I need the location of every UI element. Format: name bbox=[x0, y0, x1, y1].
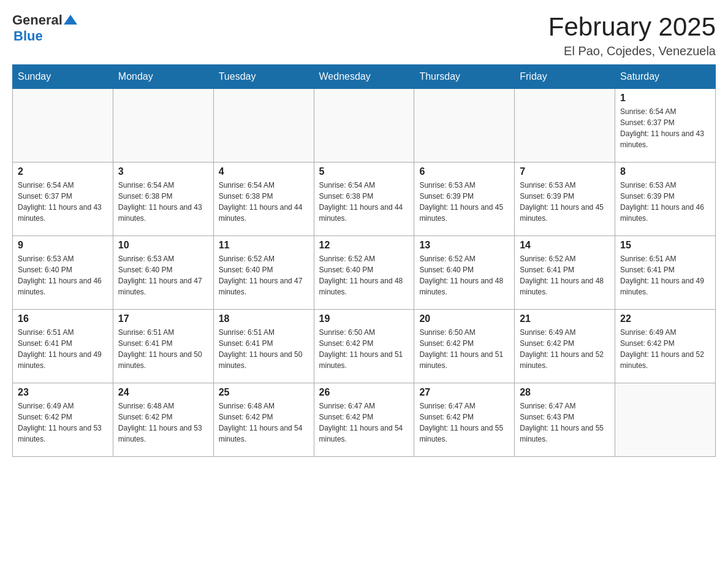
calendar-cell: 4Sunrise: 6:54 AMSunset: 6:38 PMDaylight… bbox=[213, 163, 314, 236]
day-number: 26 bbox=[319, 387, 409, 398]
day-info: Sunrise: 6:50 AMSunset: 6:42 PMDaylight:… bbox=[319, 327, 409, 371]
svg-marker-0 bbox=[64, 15, 77, 25]
calendar-cell: 25Sunrise: 6:48 AMSunset: 6:42 PMDayligh… bbox=[213, 383, 314, 457]
day-info: Sunrise: 6:53 AMSunset: 6:39 PMDaylight:… bbox=[620, 180, 710, 224]
calendar-cell: 9Sunrise: 6:53 AMSunset: 6:40 PMDaylight… bbox=[13, 236, 113, 310]
title-section: February 2025 El Pao, Cojedes, Venezuela bbox=[548, 12, 716, 58]
day-number: 22 bbox=[620, 313, 710, 324]
day-info: Sunrise: 6:47 AMSunset: 6:42 PMDaylight:… bbox=[319, 400, 409, 445]
calendar-cell bbox=[414, 89, 515, 163]
calendar-cell: 20Sunrise: 6:50 AMSunset: 6:42 PMDayligh… bbox=[414, 310, 515, 383]
calendar-cell: 1Sunrise: 6:54 AMSunset: 6:37 PMDaylight… bbox=[615, 89, 716, 163]
calendar-cell: 17Sunrise: 6:51 AMSunset: 6:41 PMDayligh… bbox=[113, 310, 213, 383]
day-info: Sunrise: 6:48 AMSunset: 6:42 PMDaylight:… bbox=[118, 400, 208, 445]
calendar-week-5: 23Sunrise: 6:49 AMSunset: 6:42 PMDayligh… bbox=[13, 383, 716, 457]
day-number: 23 bbox=[18, 387, 108, 398]
day-info: Sunrise: 6:53 AMSunset: 6:39 PMDaylight:… bbox=[419, 180, 509, 224]
calendar-cell: 2Sunrise: 6:54 AMSunset: 6:37 PMDaylight… bbox=[13, 163, 113, 236]
col-sunday: Sunday bbox=[13, 65, 113, 89]
day-number: 17 bbox=[118, 313, 208, 324]
calendar-cell: 26Sunrise: 6:47 AMSunset: 6:42 PMDayligh… bbox=[314, 383, 414, 457]
day-info: Sunrise: 6:54 AMSunset: 6:38 PMDaylight:… bbox=[219, 180, 309, 224]
calendar-cell: 21Sunrise: 6:49 AMSunset: 6:42 PMDayligh… bbox=[515, 310, 615, 383]
calendar-cell bbox=[213, 89, 314, 163]
col-monday: Monday bbox=[113, 65, 213, 89]
calendar-cell bbox=[113, 89, 213, 163]
day-info: Sunrise: 6:54 AMSunset: 6:37 PMDaylight:… bbox=[18, 180, 108, 224]
day-info: Sunrise: 6:51 AMSunset: 6:41 PMDaylight:… bbox=[118, 327, 208, 371]
day-number: 8 bbox=[620, 166, 710, 177]
day-number: 9 bbox=[18, 240, 108, 251]
day-info: Sunrise: 6:53 AMSunset: 6:40 PMDaylight:… bbox=[118, 253, 208, 297]
calendar-cell: 8Sunrise: 6:53 AMSunset: 6:39 PMDaylight… bbox=[615, 163, 716, 236]
calendar-title: February 2025 bbox=[548, 12, 716, 42]
calendar-subtitle: El Pao, Cojedes, Venezuela bbox=[548, 44, 716, 58]
day-number: 15 bbox=[620, 240, 710, 251]
day-number: 20 bbox=[419, 313, 509, 324]
day-number: 5 bbox=[319, 166, 409, 177]
day-number: 10 bbox=[118, 240, 208, 251]
day-info: Sunrise: 6:49 AMSunset: 6:42 PMDaylight:… bbox=[18, 400, 108, 445]
calendar-cell: 19Sunrise: 6:50 AMSunset: 6:42 PMDayligh… bbox=[314, 310, 414, 383]
day-info: Sunrise: 6:49 AMSunset: 6:42 PMDaylight:… bbox=[620, 327, 710, 371]
day-info: Sunrise: 6:54 AMSunset: 6:37 PMDaylight:… bbox=[620, 106, 710, 150]
day-number: 14 bbox=[520, 240, 610, 251]
day-number: 7 bbox=[520, 166, 610, 177]
calendar-cell bbox=[13, 89, 113, 163]
calendar-cell: 11Sunrise: 6:52 AMSunset: 6:40 PMDayligh… bbox=[213, 236, 314, 310]
day-info: Sunrise: 6:52 AMSunset: 6:40 PMDaylight:… bbox=[419, 253, 509, 297]
logo-general-text: General bbox=[12, 12, 63, 28]
day-info: Sunrise: 6:50 AMSunset: 6:42 PMDaylight:… bbox=[419, 327, 509, 371]
col-wednesday: Wednesday bbox=[314, 65, 414, 89]
day-number: 6 bbox=[419, 166, 509, 177]
day-info: Sunrise: 6:51 AMSunset: 6:41 PMDaylight:… bbox=[18, 327, 108, 371]
day-number: 21 bbox=[520, 313, 610, 324]
logo: General Blue bbox=[12, 12, 77, 44]
day-number: 11 bbox=[219, 240, 309, 251]
day-number: 19 bbox=[319, 313, 409, 324]
calendar-table: Sunday Monday Tuesday Wednesday Thursday… bbox=[12, 64, 716, 457]
calendar-cell bbox=[615, 383, 716, 457]
calendar-cell: 22Sunrise: 6:49 AMSunset: 6:42 PMDayligh… bbox=[615, 310, 716, 383]
calendar-cell: 14Sunrise: 6:52 AMSunset: 6:41 PMDayligh… bbox=[515, 236, 615, 310]
day-info: Sunrise: 6:49 AMSunset: 6:42 PMDaylight:… bbox=[520, 327, 610, 371]
calendar-cell bbox=[515, 89, 615, 163]
calendar-week-3: 9Sunrise: 6:53 AMSunset: 6:40 PMDaylight… bbox=[13, 236, 716, 310]
day-info: Sunrise: 6:52 AMSunset: 6:40 PMDaylight:… bbox=[319, 253, 409, 297]
day-number: 2 bbox=[18, 166, 108, 177]
calendar-cell: 5Sunrise: 6:54 AMSunset: 6:38 PMDaylight… bbox=[314, 163, 414, 236]
day-number: 28 bbox=[520, 387, 610, 398]
day-number: 25 bbox=[219, 387, 309, 398]
calendar-cell: 18Sunrise: 6:51 AMSunset: 6:41 PMDayligh… bbox=[213, 310, 314, 383]
day-info: Sunrise: 6:47 AMSunset: 6:43 PMDaylight:… bbox=[520, 400, 610, 445]
calendar-cell: 28Sunrise: 6:47 AMSunset: 6:43 PMDayligh… bbox=[515, 383, 615, 457]
day-number: 3 bbox=[118, 166, 208, 177]
day-info: Sunrise: 6:53 AMSunset: 6:40 PMDaylight:… bbox=[18, 253, 108, 297]
calendar-cell: 7Sunrise: 6:53 AMSunset: 6:39 PMDaylight… bbox=[515, 163, 615, 236]
day-number: 1 bbox=[620, 93, 710, 104]
calendar-cell: 3Sunrise: 6:54 AMSunset: 6:38 PMDaylight… bbox=[113, 163, 213, 236]
calendar-cell: 27Sunrise: 6:47 AMSunset: 6:42 PMDayligh… bbox=[414, 383, 515, 457]
day-number: 24 bbox=[118, 387, 208, 398]
calendar-cell: 23Sunrise: 6:49 AMSunset: 6:42 PMDayligh… bbox=[13, 383, 113, 457]
logo-blue-text: Blue bbox=[13, 28, 43, 44]
calendar-cell: 6Sunrise: 6:53 AMSunset: 6:39 PMDaylight… bbox=[414, 163, 515, 236]
col-friday: Friday bbox=[515, 65, 615, 89]
day-info: Sunrise: 6:51 AMSunset: 6:41 PMDaylight:… bbox=[620, 253, 710, 297]
logo-triangle-icon bbox=[64, 13, 77, 26]
day-number: 16 bbox=[18, 313, 108, 324]
day-info: Sunrise: 6:47 AMSunset: 6:42 PMDaylight:… bbox=[419, 400, 509, 445]
calendar-header-row: Sunday Monday Tuesday Wednesday Thursday… bbox=[13, 65, 716, 89]
calendar-cell: 24Sunrise: 6:48 AMSunset: 6:42 PMDayligh… bbox=[113, 383, 213, 457]
day-info: Sunrise: 6:54 AMSunset: 6:38 PMDaylight:… bbox=[118, 180, 208, 224]
calendar-cell: 13Sunrise: 6:52 AMSunset: 6:40 PMDayligh… bbox=[414, 236, 515, 310]
day-number: 27 bbox=[419, 387, 509, 398]
calendar-cell: 12Sunrise: 6:52 AMSunset: 6:40 PMDayligh… bbox=[314, 236, 414, 310]
day-info: Sunrise: 6:53 AMSunset: 6:39 PMDaylight:… bbox=[520, 180, 610, 224]
calendar-cell bbox=[314, 89, 414, 163]
col-thursday: Thursday bbox=[414, 65, 515, 89]
page-header: General Blue February 2025 El Pao, Cojed… bbox=[12, 12, 716, 58]
day-info: Sunrise: 6:52 AMSunset: 6:40 PMDaylight:… bbox=[219, 253, 309, 297]
day-info: Sunrise: 6:52 AMSunset: 6:41 PMDaylight:… bbox=[520, 253, 610, 297]
day-info: Sunrise: 6:54 AMSunset: 6:38 PMDaylight:… bbox=[319, 180, 409, 224]
